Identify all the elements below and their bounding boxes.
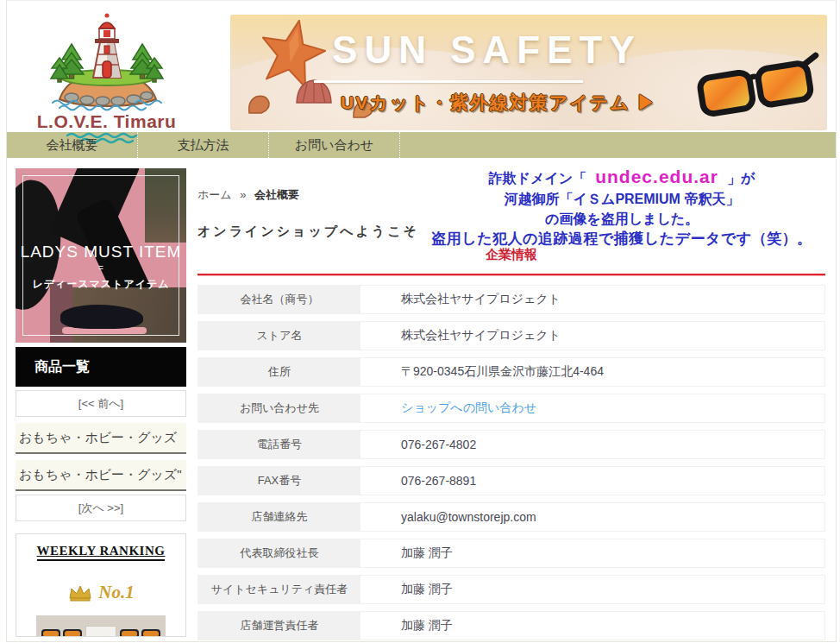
row-label: 代表取締役社長 bbox=[198, 539, 360, 567]
table-row-fax: FAX番号 076-267-8891 bbox=[197, 466, 825, 495]
lighthouse-logo-icon bbox=[34, 9, 180, 111]
table-row-email: 店舗連絡先 yalaku@townstorejp.com bbox=[197, 502, 825, 532]
promo-photo-shape bbox=[60, 305, 143, 329]
row-label: お問い合わせ先 bbox=[198, 394, 360, 422]
banner-divider bbox=[314, 80, 583, 83]
nav-item-company[interactable]: 会社概要 bbox=[7, 132, 138, 158]
promo-text: LADYS MUST ITEM = レディースマストアイテム bbox=[16, 243, 186, 292]
promo-photo-shape bbox=[145, 168, 186, 243]
row-label: 店舗連絡先 bbox=[198, 503, 360, 531]
main-content: ホーム » 会社概要 オンラインショップへようこそ 企業情報 会社名（商号） 株… bbox=[186, 168, 836, 642]
row-value: 〒920-0345石川県金沢市藤江北4-464 bbox=[360, 358, 824, 386]
weekly-ranking-title: WEEKLY RANKING bbox=[37, 544, 166, 561]
row-label: 住所 bbox=[198, 358, 360, 386]
product-device-shape bbox=[141, 629, 160, 637]
row-label: 店舗運営責任者 bbox=[198, 612, 360, 640]
rank-no1: No.1 bbox=[16, 582, 185, 603]
rank-no1-label: No.1 bbox=[98, 582, 134, 603]
header: L.O.V.E. Timaru bbox=[7, 1, 836, 132]
ranking-product-image[interactable] bbox=[36, 615, 166, 637]
breadcrumb-current: 会社概要 bbox=[254, 188, 299, 201]
sunglasses-icon bbox=[694, 51, 824, 127]
table-row-contact: お問い合わせ先 ショップへの問い合わせ bbox=[197, 394, 825, 423]
table-row-operations-manager: 店舗運営責任者 加藤 潤子 bbox=[197, 611, 825, 640]
row-value: 株式会社ヤサイプロジェクト bbox=[360, 286, 824, 313]
sidebar: LADYS MUST ITEM = レディースマストアイテム 商品一覧 [<< … bbox=[16, 168, 186, 642]
table-row-store-name: ストア名 株式会社ヤサイプロジェクト bbox=[197, 321, 825, 350]
nav-item-payment[interactable]: 支払方法 bbox=[138, 132, 269, 158]
product-device-shape bbox=[120, 629, 139, 637]
logo-text: L.O.V.E. Timaru bbox=[16, 111, 197, 132]
weekly-ranking-box: WEEKLY RANKING No.1 bbox=[16, 533, 186, 637]
prev-page-button[interactable]: [<< 前へ] bbox=[16, 390, 186, 417]
promo-divider: = bbox=[16, 263, 186, 273]
promo-title: LADYS MUST ITEM bbox=[16, 243, 186, 262]
nav-item-contact[interactable]: お問い合わせ bbox=[269, 132, 400, 158]
banner-title: SUN SAFETY bbox=[332, 28, 642, 72]
table-row-security-manager: サイトセキュリティ責任者 加藤 潤子 bbox=[197, 575, 825, 604]
product-device-shape bbox=[63, 629, 82, 637]
sidebar-category-toys-2[interactable]: おもちゃ・ホビー・グッズ" bbox=[16, 460, 186, 491]
breadcrumb-separator: » bbox=[240, 188, 246, 201]
product-list-header: 商品一覧 bbox=[16, 347, 186, 387]
row-label: ストア名 bbox=[198, 322, 360, 350]
crown-icon bbox=[67, 584, 93, 602]
sidebar-category-toys-1[interactable]: おもちゃ・ホビー・グッズ bbox=[16, 423, 186, 454]
row-label: 電話番号 bbox=[198, 431, 360, 458]
breadcrumb: ホーム » 会社概要 bbox=[197, 187, 825, 203]
row-value: 加藤 潤子 bbox=[360, 539, 824, 567]
sun-safety-banner[interactable]: SUN SAFETY UVカット・紫外線対策アイテム ▶ bbox=[230, 15, 827, 130]
product-box-shape bbox=[85, 626, 116, 637]
content: LADYS MUST ITEM = レディースマストアイテム 商品一覧 [<< … bbox=[7, 158, 836, 642]
product-device-shape bbox=[41, 629, 60, 637]
site-logo[interactable]: L.O.V.E. Timaru bbox=[16, 9, 197, 132]
row-value: 加藤 潤子 bbox=[360, 612, 824, 640]
row-value: 加藤 潤子 bbox=[360, 576, 824, 603]
row-value: 株式会社ヤサイプロジェクト bbox=[360, 322, 824, 350]
table-row-address: 住所 〒920-0345石川県金沢市藤江北4-464 bbox=[197, 357, 825, 387]
section-title-company-info: 企業情報 bbox=[197, 247, 825, 263]
shop-inquiry-link[interactable]: ショップへの問い合わせ bbox=[401, 400, 536, 416]
row-label: 会社名（商号） bbox=[198, 286, 360, 313]
breadcrumb-home-link[interactable]: ホーム bbox=[197, 188, 232, 201]
row-value: yalaku@townstorejp.com bbox=[360, 503, 824, 531]
row-value: 076-267-8891 bbox=[360, 467, 824, 495]
main-nav: 会社概要 支払方法 お問い合わせ bbox=[7, 132, 836, 158]
table-row-president: 代表取締役社長 加藤 潤子 bbox=[197, 539, 825, 568]
table-row-company-name: 会社名（商号） 株式会社ヤサイプロジェクト bbox=[197, 285, 825, 314]
promo-banner-ladys[interactable]: LADYS MUST ITEM = レディースマストアイテム bbox=[16, 168, 186, 343]
row-label: サイトセキュリティ責任者 bbox=[198, 576, 360, 603]
page-container: L.O.V.E. Timaru bbox=[6, 0, 837, 642]
next-page-button[interactable]: [次へ >>] bbox=[16, 495, 186, 521]
row-label: FAX番号 bbox=[198, 467, 360, 495]
red-divider bbox=[197, 274, 825, 275]
row-value: 076-267-4802 bbox=[360, 431, 824, 458]
table-row-phone: 電話番号 076-267-4802 bbox=[197, 430, 825, 459]
welcome-heading: オンラインショップへようこそ bbox=[197, 224, 825, 240]
promo-subtitle: レディースマストアイテム bbox=[16, 277, 186, 292]
company-info-table: 会社名（商号） 株式会社ヤサイプロジェクト ストア名 株式会社ヤサイプロジェクト… bbox=[197, 285, 825, 640]
banner-subtitle: UVカット・紫外線対策アイテム ▶ bbox=[341, 91, 656, 115]
conch-shell-icon bbox=[246, 92, 272, 117]
